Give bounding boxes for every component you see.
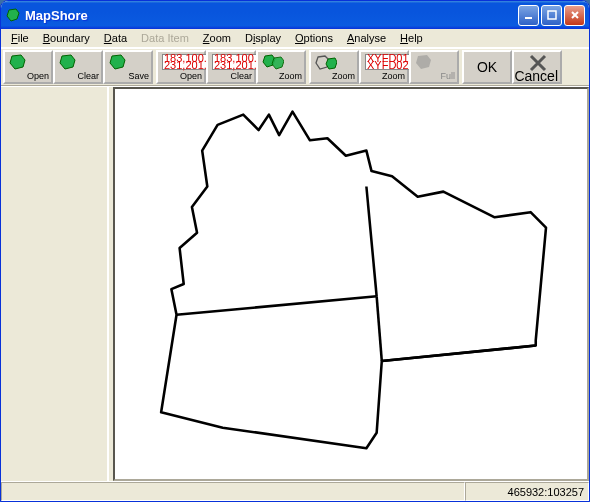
maximize-button[interactable]: [541, 5, 562, 26]
zoom-shape-button[interactable]: Zoom: [309, 50, 359, 84]
menu-dataitem: Data Item: [135, 31, 195, 45]
full-button[interactable]: Full: [409, 50, 459, 84]
app-window: MapShore File Boundary Data Data Item Zo…: [0, 0, 590, 502]
menu-data[interactable]: Data: [98, 31, 133, 45]
minimize-button[interactable]: [518, 5, 539, 26]
app-icon: [5, 7, 21, 23]
menu-display[interactable]: Display: [239, 31, 287, 45]
boundary-map: [115, 89, 587, 479]
clear-coords-button[interactable]: 183,100.2231,201.5 Clear: [206, 50, 256, 84]
menu-options[interactable]: Options: [289, 31, 339, 45]
menu-file[interactable]: File: [5, 31, 35, 45]
label: Full: [440, 72, 455, 81]
ok-button[interactable]: OK: [462, 50, 512, 84]
menu-zoom[interactable]: Zoom: [197, 31, 237, 45]
label: Open: [27, 72, 49, 81]
menu-analyse[interactable]: Analyse: [341, 31, 392, 45]
label: Save: [128, 72, 149, 81]
status-coords: 465932:103257: [465, 482, 589, 501]
statusbar: 465932:103257: [1, 481, 589, 501]
menu-help[interactable]: Help: [394, 31, 429, 45]
menubar: File Boundary Data Data Item Zoom Displa…: [1, 29, 589, 48]
open-coords-button[interactable]: 183,100.2231,201.5 Open: [156, 50, 206, 84]
svg-rect-1: [548, 11, 556, 19]
label: Cancel: [514, 72, 558, 81]
label: Clear: [77, 72, 99, 81]
zoom-xy-button[interactable]: XYFD01XYFD02 Zoom: [359, 50, 409, 84]
label: Zoom: [279, 72, 302, 81]
svg-rect-0: [525, 17, 532, 19]
cancel-button[interactable]: Cancel: [512, 50, 562, 84]
menu-boundary[interactable]: Boundary: [37, 31, 96, 45]
zoom-map-button[interactable]: Zoom: [256, 50, 306, 84]
window-title: MapShore: [25, 8, 518, 23]
label: Open: [180, 72, 202, 81]
xy-icon: XYFD01XYFD02: [365, 54, 411, 70]
map-canvas[interactable]: [113, 87, 589, 481]
map-open-icon: [9, 54, 29, 74]
toolbar: Open Clear Save 183,100.2231,201.5 Open …: [1, 48, 589, 86]
close-button[interactable]: [564, 5, 585, 26]
workspace: [1, 86, 589, 481]
left-panel[interactable]: [1, 87, 109, 481]
open-boundary-button[interactable]: Open: [3, 50, 53, 84]
clear-boundary-button[interactable]: Clear: [53, 50, 103, 84]
full-icon: [415, 54, 435, 74]
map-clear-icon: [59, 54, 79, 74]
status-left: [1, 482, 465, 501]
label: Zoom: [382, 72, 405, 81]
label: Clear: [230, 72, 252, 81]
label: OK: [477, 59, 497, 75]
save-boundary-button[interactable]: Save: [103, 50, 153, 84]
titlebar[interactable]: MapShore: [1, 1, 589, 29]
label: Zoom: [332, 72, 355, 81]
map-save-icon: [109, 54, 129, 74]
